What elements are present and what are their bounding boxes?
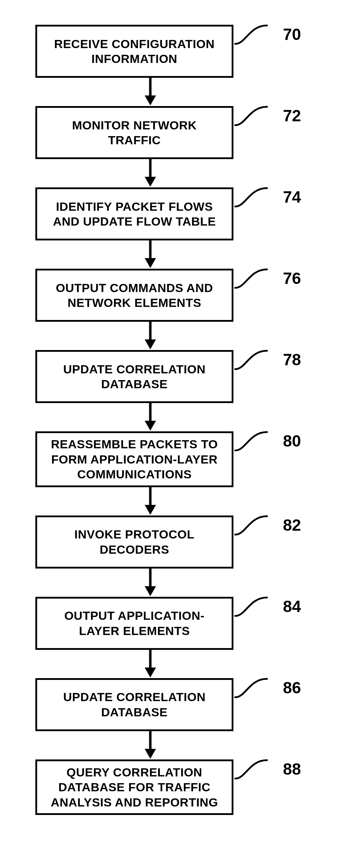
svg-marker-3 <box>145 177 156 187</box>
reference-number: 72 <box>283 107 301 124</box>
flow-step: QUERY CORRELATION DATABASE FOR TRAFFIC A… <box>35 759 265 815</box>
reference-number: 78 <box>283 351 301 368</box>
arrow-down-icon <box>143 240 157 269</box>
reference-callout: 70 <box>233 22 301 47</box>
process-label: QUERY CORRELATION DATABASE FOR TRAFFIC A… <box>44 765 225 810</box>
callout-curve-icon <box>233 22 272 47</box>
process-label: INVOKE PROTOCOL DECODERS <box>44 527 225 557</box>
flow-step: IDENTIFY PACKET FLOWS AND UPDATE FLOW TA… <box>35 187 265 240</box>
callout-curve-icon <box>233 513 272 537</box>
arrow-down-icon <box>143 78 157 106</box>
reference-callout: 74 <box>233 185 301 209</box>
flow-step: OUTPUT COMMANDS AND NETWORK ELEMENTS 76 <box>35 269 265 322</box>
process-box: IDENTIFY PACKET FLOWS AND UPDATE FLOW TA… <box>35 187 233 240</box>
arrow-down-icon <box>143 569 157 597</box>
flow-arrow <box>51 487 249 515</box>
process-label: OUTPUT COMMANDS AND NETWORK ELEMENTS <box>44 280 225 310</box>
flow-step: RECEIVE CONFIGURATION INFORMATION 70 <box>35 25 265 78</box>
process-label: IDENTIFY PACKET FLOWS AND UPDATE FLOW TA… <box>44 199 225 229</box>
process-box: OUTPUT COMMANDS AND NETWORK ELEMENTS <box>35 269 233 322</box>
reference-callout: 78 <box>233 347 301 372</box>
flow-arrow <box>51 731 249 759</box>
process-box: MONITOR NETWORK TRAFFIC <box>35 106 233 159</box>
reference-number: 74 <box>283 189 301 205</box>
flowchart-column: RECEIVE CONFIGURATION INFORMATION 70 MON… <box>35 25 265 815</box>
flow-arrow <box>51 78 249 106</box>
reference-callout: 86 <box>233 675 301 700</box>
flow-arrow <box>51 322 249 350</box>
process-label: RECEIVE CONFIGURATION INFORMATION <box>44 36 225 66</box>
process-box: OUTPUT APPLICATION-LAYER ELEMENTS <box>35 597 233 650</box>
flow-arrow <box>51 569 249 597</box>
flow-arrow <box>51 159 249 187</box>
process-label: MONITOR NETWORK TRAFFIC <box>44 118 225 148</box>
flow-step: OUTPUT APPLICATION-LAYER ELEMENTS 84 <box>35 597 265 650</box>
reference-number: 82 <box>283 517 301 533</box>
reference-number: 88 <box>283 761 301 777</box>
reference-callout: 76 <box>233 266 301 291</box>
svg-marker-7 <box>145 339 156 349</box>
flowchart-page: RECEIVE CONFIGURATION INFORMATION 70 MON… <box>0 0 342 868</box>
reference-callout: 82 <box>233 513 301 537</box>
callout-curve-icon <box>233 185 272 209</box>
process-box: INVOKE PROTOCOL DECODERS <box>35 515 233 569</box>
callout-curve-icon <box>233 347 272 372</box>
callout-curve-icon <box>233 594 272 619</box>
flow-step: UPDATE CORRELATION DATABASE 86 <box>35 678 265 731</box>
svg-marker-9 <box>145 421 156 431</box>
reference-callout: 84 <box>233 594 301 619</box>
process-box: QUERY CORRELATION DATABASE FOR TRAFFIC A… <box>35 759 233 815</box>
arrow-down-icon <box>143 650 157 678</box>
process-box: REASSEMBLE PACKETS TO FORM APPLICATION-L… <box>35 431 233 487</box>
reference-callout: 80 <box>233 429 301 453</box>
flow-step: MONITOR NETWORK TRAFFIC 72 <box>35 106 265 159</box>
process-box: UPDATE CORRELATION DATABASE <box>35 678 233 731</box>
reference-number: 80 <box>283 433 301 449</box>
reference-callout: 88 <box>233 757 301 781</box>
flow-step: UPDATE CORRELATION DATABASE 78 <box>35 350 265 403</box>
process-label: UPDATE CORRELATION DATABASE <box>44 689 225 720</box>
svg-marker-1 <box>145 95 156 105</box>
callout-curve-icon <box>233 103 272 128</box>
process-box: UPDATE CORRELATION DATABASE <box>35 350 233 403</box>
reference-callout: 72 <box>233 103 301 128</box>
process-label: REASSEMBLE PACKETS TO FORM APPLICATION-L… <box>44 437 225 482</box>
callout-curve-icon <box>233 675 272 700</box>
process-box: RECEIVE CONFIGURATION INFORMATION <box>35 25 233 78</box>
reference-number: 76 <box>283 270 301 286</box>
process-label: UPDATE CORRELATION DATABASE <box>44 362 225 392</box>
arrow-down-icon <box>143 403 157 431</box>
arrow-down-icon <box>143 322 157 350</box>
flow-arrow <box>51 650 249 678</box>
arrow-down-icon <box>143 487 157 515</box>
svg-marker-13 <box>145 586 156 596</box>
svg-marker-5 <box>145 258 156 268</box>
reference-number: 70 <box>283 26 301 42</box>
reference-number: 84 <box>283 598 301 614</box>
svg-marker-15 <box>145 668 156 677</box>
callout-curve-icon <box>233 266 272 291</box>
flow-step: INVOKE PROTOCOL DECODERS 82 <box>35 515 265 569</box>
flow-arrow <box>51 240 249 269</box>
callout-curve-icon <box>233 757 272 781</box>
svg-marker-11 <box>145 505 156 515</box>
arrow-down-icon <box>143 731 157 759</box>
flow-arrow <box>51 403 249 431</box>
svg-marker-17 <box>145 749 156 759</box>
process-label: OUTPUT APPLICATION-LAYER ELEMENTS <box>44 608 225 638</box>
callout-curve-icon <box>233 429 272 453</box>
reference-number: 86 <box>283 680 301 696</box>
arrow-down-icon <box>143 159 157 187</box>
flow-step: REASSEMBLE PACKETS TO FORM APPLICATION-L… <box>35 431 265 487</box>
